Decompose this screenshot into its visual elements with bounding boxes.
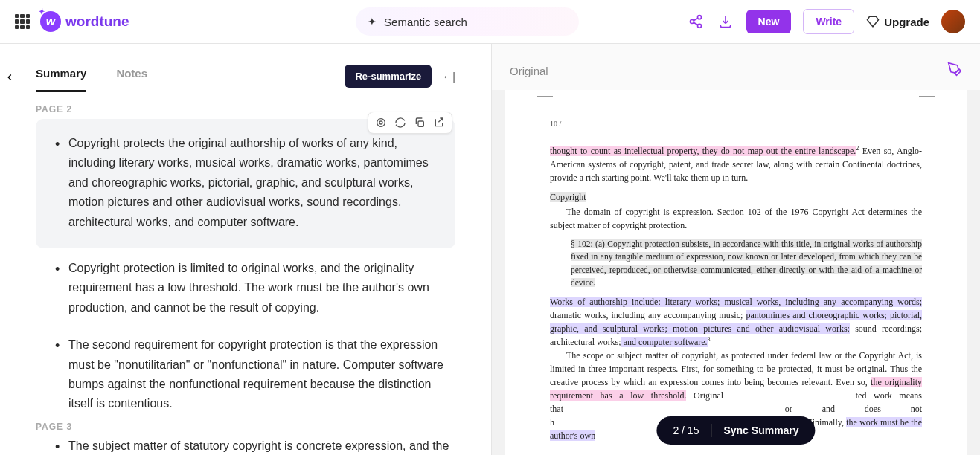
sync-summary-button[interactable]: Sync Summary bbox=[723, 425, 798, 436]
summary-scroll[interactable]: PAGE 2 Copyright protects the original a… bbox=[0, 94, 491, 455]
target-icon[interactable] bbox=[374, 116, 388, 129]
summary-card: Copyright protects the original authorsh… bbox=[36, 119, 455, 248]
svg-line-3 bbox=[694, 18, 698, 20]
page-label: PAGE 3 bbox=[36, 422, 455, 432]
search-placeholder: Semantic search bbox=[384, 16, 467, 28]
svg-point-2 bbox=[697, 24, 701, 28]
bullet-item: The second requirement for copyright pro… bbox=[52, 335, 455, 414]
document-page: 10 / thought to count as intellectual pr… bbox=[505, 90, 967, 455]
tabs: Summary Notes bbox=[36, 67, 147, 92]
svg-point-5 bbox=[377, 119, 385, 127]
resummarize-button[interactable]: Re-summarize bbox=[345, 65, 432, 88]
svg-rect-7 bbox=[418, 121, 423, 126]
bullet-item: Copyright protection is limited to origi… bbox=[52, 259, 455, 317]
document-viewer[interactable]: 10 / thought to count as intellectual pr… bbox=[492, 90, 980, 455]
tab-notes[interactable]: Notes bbox=[116, 67, 147, 92]
sync-pill: 2 / 15 Sync Summary bbox=[656, 416, 815, 445]
diamond-icon bbox=[866, 15, 880, 28]
brand-logo[interactable]: w wordtune bbox=[40, 11, 129, 32]
original-title: Original bbox=[510, 65, 548, 77]
svg-line-4 bbox=[694, 22, 698, 25]
insert-left-icon[interactable]: ←| bbox=[442, 71, 455, 83]
bullet-item: Copyright protects the original authorsh… bbox=[52, 134, 439, 232]
brand-name: wordtune bbox=[65, 13, 129, 30]
export-icon[interactable] bbox=[432, 116, 446, 129]
refresh-icon[interactable] bbox=[394, 116, 407, 129]
page-number-top: 10 / bbox=[550, 118, 922, 129]
card-toolbar bbox=[368, 112, 452, 134]
svg-point-0 bbox=[697, 16, 701, 19]
sparkle-icon: ✦ bbox=[368, 16, 377, 28]
bullet-item: The subject matter of statutory copyrigh… bbox=[52, 436, 455, 455]
tab-summary[interactable]: Summary bbox=[36, 67, 86, 92]
svg-point-6 bbox=[379, 121, 382, 124]
svg-point-1 bbox=[690, 20, 694, 24]
app-header: w wordtune ✦ Semantic search New Write U… bbox=[0, 0, 980, 44]
write-button[interactable]: Write bbox=[803, 9, 854, 34]
original-panel: Original 10 / thought to count as intell… bbox=[492, 44, 980, 455]
search-input[interactable]: ✦ Semantic search bbox=[356, 7, 579, 36]
upgrade-link[interactable]: Upgrade bbox=[866, 15, 929, 28]
summary-panel: Summary Notes Re-summarize ←| PAGE 2 Cop… bbox=[0, 44, 492, 455]
current-page: 2 / 15 bbox=[673, 425, 699, 436]
back-icon[interactable] bbox=[4, 72, 15, 85]
apps-menu-icon[interactable] bbox=[15, 14, 30, 29]
new-button[interactable]: New bbox=[746, 10, 792, 33]
highlight-icon[interactable] bbox=[947, 62, 962, 80]
avatar[interactable] bbox=[941, 10, 965, 33]
share-icon[interactable] bbox=[687, 13, 705, 30]
download-icon[interactable] bbox=[717, 13, 734, 30]
copy-icon[interactable] bbox=[413, 116, 426, 129]
